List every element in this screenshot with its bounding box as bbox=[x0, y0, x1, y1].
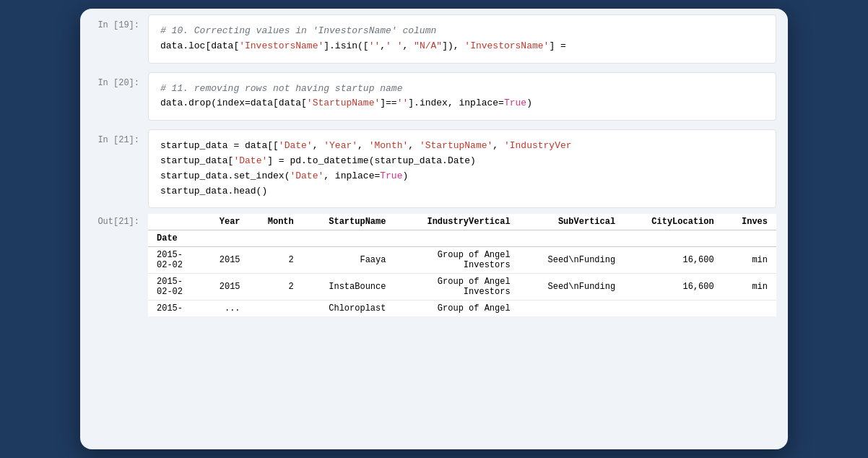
row-1-city: 16,600 bbox=[624, 247, 723, 274]
col-startup: StartupName bbox=[303, 214, 395, 230]
cell-21-line-1: startup_data = data[['Date', 'Year', 'Mo… bbox=[160, 139, 764, 154]
row-2-city: 16,600 bbox=[624, 274, 723, 301]
row-1-startup: Faaya bbox=[303, 247, 395, 274]
cell-19-line-2: data.loc[data['InvestorsName'].isin(['',… bbox=[160, 39, 764, 54]
cell-19: In [19]: # 10. Correcting values in 'Inv… bbox=[80, 9, 788, 66]
col-month-spacer bbox=[249, 230, 303, 247]
output-21-label: Out[21]: bbox=[80, 211, 145, 319]
col-startup-spacer bbox=[303, 230, 395, 247]
col-sub: SubVertical bbox=[519, 214, 624, 230]
row-3-city bbox=[624, 301, 723, 317]
col-industry-spacer bbox=[394, 230, 518, 247]
row-3-date: 2015- bbox=[148, 301, 201, 317]
notebook-container: In [19]: # 10. Correcting values in 'Inv… bbox=[80, 9, 788, 449]
row-1-date: 2015-02-02 bbox=[148, 247, 201, 274]
row-1-month: 2 bbox=[249, 247, 303, 274]
cell-21-line-4: startup_data.head() bbox=[160, 184, 764, 199]
table-row: 2015- ... Chloroplast Group of Angel bbox=[148, 301, 776, 317]
col-sub-spacer bbox=[519, 230, 624, 247]
row-1-industry: Group of AngelInvestors bbox=[394, 247, 518, 274]
table-row: 2015-02-02 2015 2 Faaya Group of AngelIn… bbox=[148, 247, 776, 274]
cell-20-line-1: # 11. removing rows not having startup n… bbox=[160, 82, 764, 97]
row-2-date: 2015-02-02 bbox=[148, 274, 201, 301]
output-cell-21: Out[21]: Year Month StartupName Industry… bbox=[80, 211, 788, 319]
row-1-inves: min bbox=[723, 247, 776, 274]
row-2-sub: Seed\nFunding bbox=[519, 274, 624, 301]
col-year: Year bbox=[201, 214, 248, 230]
output-21-content: Year Month StartupName IndustryVertical … bbox=[148, 214, 776, 316]
row-3-year: ... bbox=[201, 301, 248, 317]
col-date-index: Date bbox=[148, 230, 201, 247]
row-2-year: 2015 bbox=[201, 274, 248, 301]
row-1-year: 2015 bbox=[201, 247, 248, 274]
cell-20-content[interactable]: # 11. removing rows not having startup n… bbox=[148, 72, 776, 121]
cell-21-line-2: startup_data['Date'] = pd.to_datetime(st… bbox=[160, 154, 764, 169]
row-2-month: 2 bbox=[249, 274, 303, 301]
col-inves-spacer bbox=[723, 230, 776, 247]
cell-21: In [21]: startup_data = data[['Date', 'Y… bbox=[80, 124, 788, 211]
cell-19-label: In [19]: bbox=[80, 9, 145, 66]
col-industry: IndustryVertical bbox=[394, 214, 518, 230]
cell-19-line-1: # 10. Correcting values in 'InvestorsNam… bbox=[160, 24, 764, 39]
row-3-sub bbox=[519, 301, 624, 317]
cell-20: In [20]: # 11. removing rows not having … bbox=[80, 66, 788, 124]
cell-20-label: In [20]: bbox=[80, 66, 145, 124]
row-3-industry: Group of Angel bbox=[394, 301, 518, 317]
col-inves: Inves bbox=[723, 214, 776, 230]
cell-20-line-2: data.drop(index=data[data['StartupName']… bbox=[160, 96, 764, 111]
cell-21-label: In [21]: bbox=[80, 124, 145, 211]
col-date bbox=[148, 214, 201, 230]
cell-19-content[interactable]: # 10. Correcting values in 'InvestorsNam… bbox=[148, 14, 776, 64]
row-3-startup: Chloroplast bbox=[303, 301, 395, 317]
row-2-startup: InstaBounce bbox=[303, 274, 395, 301]
dataframe-table: Year Month StartupName IndustryVertical … bbox=[148, 214, 776, 316]
cell-21-line-3: startup_data.set_index('Date', inplace=T… bbox=[160, 169, 764, 184]
row-2-inves: min bbox=[723, 274, 776, 301]
row-1-sub: Seed\nFunding bbox=[519, 247, 624, 274]
row-3-inves bbox=[723, 301, 776, 317]
col-month: Month bbox=[249, 214, 303, 230]
row-2-industry: Group of AngelInvestors bbox=[394, 274, 518, 301]
table-row: 2015-02-02 2015 2 InstaBounce Group of A… bbox=[148, 274, 776, 301]
row-3-month bbox=[249, 301, 303, 317]
cell-21-content[interactable]: startup_data = data[['Date', 'Year', 'Mo… bbox=[148, 129, 776, 208]
col-year-spacer bbox=[201, 230, 248, 247]
col-city: CityLocation bbox=[624, 214, 723, 230]
col-city-spacer bbox=[624, 230, 723, 247]
